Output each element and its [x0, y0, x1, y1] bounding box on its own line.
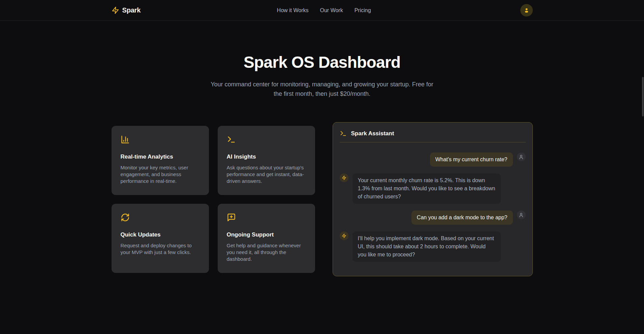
user-message-bubble: Can you add a dark mode to the app? [411, 211, 513, 225]
chat-messages: What's my current churn rate? Your curre… [340, 152, 526, 262]
page-subtitle: Your command center for monitoring, mana… [206, 80, 438, 99]
feature-description: Get help and guidance whenever you need … [227, 242, 306, 262]
message-square-plus-icon [227, 213, 306, 223]
feature-title: Ongoing Support [227, 231, 306, 238]
assistant-panel-header: Spark Assistant [340, 130, 526, 137]
assistant-chat-avatar [340, 173, 348, 182]
feature-description: Monitor your key metrics, user engagemen… [121, 164, 200, 185]
features-grid: Real-time Analytics Monitor your key met… [112, 126, 315, 273]
user-avatar-icon [523, 7, 530, 13]
brand[interactable]: Spark [112, 6, 141, 14]
feature-card-ai-insights: AI Insights Ask questions about your sta… [218, 126, 315, 195]
assistant-message-bubble: Your current monthly churn rate is 5.2%.… [352, 173, 501, 204]
spark-bolt-icon [342, 175, 346, 180]
brand-name: Spark [122, 6, 141, 14]
user-chat-avatar [517, 152, 526, 161]
user-menu-button[interactable] [520, 4, 533, 17]
nav-link-our-work[interactable]: Our Work [320, 7, 343, 13]
user-icon [519, 155, 524, 160]
terminal-icon [227, 135, 306, 145]
bar-chart-icon [121, 135, 200, 145]
chat-message-user: Can you add a dark mode to the app? [340, 211, 526, 225]
user-message-bubble: What's my current churn rate? [430, 152, 513, 167]
main-content: Real-time Analytics Monitor your key met… [112, 122, 533, 276]
feature-title: Real-time Analytics [121, 154, 200, 160]
nav-links: How it Works Our Work Pricing [277, 0, 371, 21]
chat-message-assistant: I'll help you implement dark mode. Based… [340, 231, 526, 262]
nav-link-pricing[interactable]: Pricing [355, 7, 371, 13]
hero-section: Spark OS Dashboard Your command center f… [0, 21, 644, 99]
feature-title: AI Insights [227, 154, 306, 160]
feature-card-ongoing-support: Ongoing Support Get help and guidance wh… [218, 204, 315, 273]
user-icon [519, 213, 524, 218]
assistant-chat-avatar [340, 231, 348, 240]
navbar: Spark How it Works Our Work Pricing [0, 0, 644, 21]
feature-description: Ask questions about your startup's perfo… [227, 164, 306, 185]
refresh-icon [121, 213, 200, 223]
assistant-message-bubble: I'll help you implement dark mode. Based… [352, 231, 501, 262]
feature-title: Quick Updates [121, 231, 200, 238]
chat-message-assistant: Your current monthly churn rate is 5.2%.… [340, 173, 526, 204]
feature-card-realtime-analytics: Real-time Analytics Monitor your key met… [112, 126, 209, 195]
terminal-icon [340, 130, 347, 137]
feature-description: Request and deploy changes to your MVP w… [121, 242, 200, 256]
nav-link-how-it-works[interactable]: How it Works [277, 7, 309, 13]
spark-assistant-panel: Spark Assistant What's my current churn … [333, 122, 533, 276]
spark-logo-icon [112, 6, 119, 14]
feature-card-quick-updates: Quick Updates Request and deploy changes… [112, 204, 209, 273]
assistant-panel-title: Spark Assistant [351, 130, 394, 137]
page-scrollbar[interactable] [642, 77, 644, 116]
panel-divider [340, 142, 526, 142]
spark-bolt-icon [342, 233, 346, 238]
page-title: Spark OS Dashboard [0, 53, 644, 72]
chat-message-user: What's my current churn rate? [340, 152, 526, 167]
user-chat-avatar [517, 211, 526, 219]
